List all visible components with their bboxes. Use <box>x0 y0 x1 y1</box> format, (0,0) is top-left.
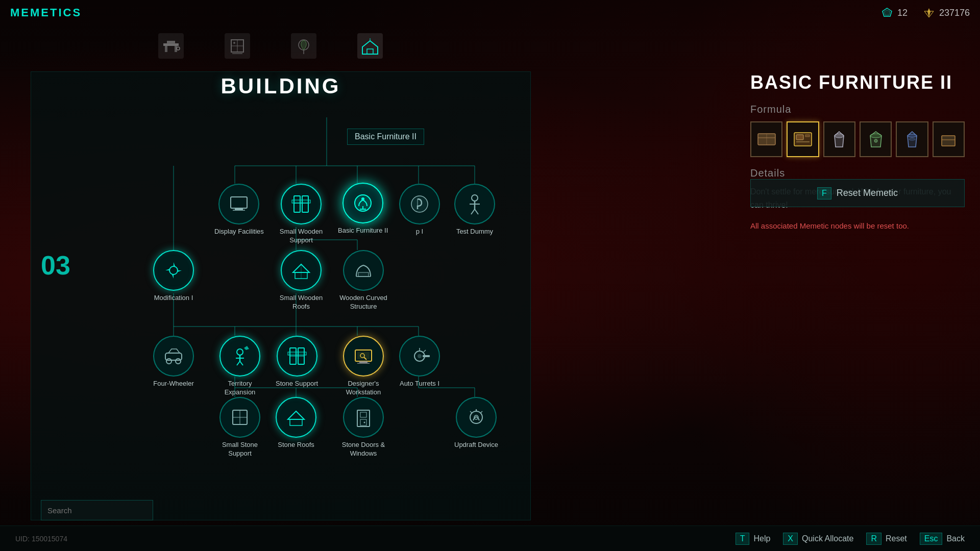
node-updraft-device[interactable]: Updraft Device <box>454 397 498 449</box>
reset-button[interactable]: R Reset <box>866 533 906 545</box>
help-button[interactable]: T Help <box>736 533 771 545</box>
formula-item-4[interactable] <box>896 121 928 157</box>
gems-icon <box>881 7 893 19</box>
cat-tab-icon-1 <box>158 33 184 59</box>
top-bar: MEMETICS 12 237176 <box>0 0 980 26</box>
node-label-stone-support: Stone Support <box>276 380 318 388</box>
formula-item-3[interactable] <box>860 121 892 157</box>
svg-point-56 <box>411 196 428 212</box>
svg-line-62 <box>475 209 478 214</box>
svg-point-69 <box>166 359 172 364</box>
node-four-wheeler[interactable]: Four-Wheeler <box>153 336 194 388</box>
cat-tab-4[interactable] <box>352 28 388 64</box>
right-panel-title: BASIC FURNITURE II <box>750 71 965 93</box>
node-designers-workstation[interactable]: Designer's Workstation <box>338 336 389 397</box>
node-circle-basic-furniture <box>342 183 383 223</box>
game-title: MEMETICS <box>10 6 82 19</box>
svg-rect-81 <box>357 352 370 359</box>
node-stone-roofs[interactable]: Stone Roofs <box>276 397 316 449</box>
reset-label: Reset Memetic <box>837 188 898 198</box>
reset-memetic-button[interactable]: F Reset Memetic <box>750 179 965 207</box>
node-circle-small-wooden-roofs <box>281 250 322 291</box>
node-label-basic-furniture: Basic Furniture II <box>338 227 388 235</box>
node-basic-furniture[interactable]: Basic Furniture II <box>338 183 388 235</box>
search-input[interactable] <box>47 506 144 515</box>
node-label-auto-turrets: Auto Turrets I <box>400 380 439 388</box>
back-label: Back <box>946 534 965 543</box>
node-wooden-curved[interactable]: Wooden Curved Structure <box>338 250 389 311</box>
node-small-wooden-support[interactable]: Small Wooden Support <box>276 184 327 245</box>
node-label-modification-i: Modification I <box>154 294 193 303</box>
node-circle-four-wheeler <box>153 336 194 377</box>
svg-point-10 <box>233 42 235 44</box>
cat-tab-3[interactable] <box>286 28 322 64</box>
gems-value: 12 <box>897 8 908 18</box>
svg-rect-97 <box>360 419 366 425</box>
svg-line-75 <box>240 361 243 365</box>
node-stone-doors[interactable]: Stone Doors & Windows <box>338 397 389 458</box>
svg-point-70 <box>176 359 181 364</box>
cat-tab-icon-3 <box>291 33 316 59</box>
quick-allocate-button[interactable]: X Quick Allocate <box>783 533 853 545</box>
svg-rect-4 <box>165 46 167 52</box>
svg-line-61 <box>471 209 475 214</box>
node-small-stone-support[interactable]: Small Stone Support <box>214 397 265 458</box>
node-small-wooden-roofs[interactable]: Small Wooden Roofs <box>276 250 327 311</box>
cat-tab-icon-2 <box>225 33 250 59</box>
reset-key-hint: F <box>817 187 831 199</box>
node-territory-expansion[interactable]: Territory Expansion <box>214 336 265 397</box>
category-tabs <box>153 28 388 64</box>
tree-container: Display Facilities Small Wooden Support <box>36 82 526 515</box>
svg-rect-109 <box>805 135 810 137</box>
svg-rect-78 <box>288 352 306 355</box>
svg-rect-3 <box>167 41 175 44</box>
svg-rect-94 <box>290 419 302 425</box>
node-label-test-dummy: Test Dummy <box>456 228 493 236</box>
svg-rect-48 <box>294 196 300 212</box>
cat-tab-1[interactable] <box>153 28 189 64</box>
node-circle-territory-expansion <box>219 336 260 377</box>
panel-title: BUILDING <box>31 74 531 98</box>
node-stone-support[interactable]: Stone Support <box>276 336 318 388</box>
svg-point-58 <box>472 195 478 201</box>
svg-rect-95 <box>357 410 370 427</box>
details-label: Details <box>750 167 965 179</box>
node-label-small-wooden-support: Small Wooden Support <box>276 228 327 245</box>
svg-rect-87 <box>423 355 430 357</box>
node-circle-stone-doors <box>343 397 384 438</box>
formula-item-0[interactable] <box>750 121 782 157</box>
node-label-designers-workstation: Designer's Workstation <box>338 380 389 397</box>
node-circle-stone-support <box>277 336 317 377</box>
node-auto-turrets[interactable]: Auto Turrets I <box>399 336 440 388</box>
node-circle-designers-workstation <box>343 336 384 377</box>
node-p1[interactable]: p I <box>399 184 440 236</box>
back-button[interactable]: Esc Back <box>920 533 965 545</box>
bottom-actions: T Help X Quick Allocate R Reset Esc Back <box>736 533 965 545</box>
node-circle-auto-turrets <box>399 336 440 377</box>
currency-icon <box>923 7 935 19</box>
formula-item-5[interactable] <box>933 121 965 157</box>
currency-stat: 237176 <box>923 7 970 19</box>
bottom-bar: UID: 150015074 T Help X Quick Allocate R… <box>0 525 980 551</box>
svg-rect-96 <box>360 412 366 417</box>
svg-point-111 <box>835 134 844 138</box>
formula-label: Formula <box>750 104 965 115</box>
node-circle-p1 <box>399 184 440 224</box>
formula-item-2[interactable] <box>823 121 855 157</box>
formula-item-1[interactable] <box>787 121 819 157</box>
node-test-dummy[interactable]: Test Dummy <box>454 184 495 236</box>
node-display-facilities[interactable]: Display Facilities <box>214 184 264 236</box>
svg-point-88 <box>418 354 422 358</box>
node-modification-i[interactable]: Modification I <box>153 250 194 303</box>
search-bar[interactable] <box>41 500 153 520</box>
svg-rect-116 <box>942 136 955 146</box>
currency-value: 237176 <box>939 8 970 18</box>
node-label-wooden-curved: Wooden Curved Structure <box>338 294 389 311</box>
node-circle-updraft-device <box>456 397 497 438</box>
svg-point-112 <box>870 134 881 138</box>
back-key: Esc <box>920 533 943 545</box>
formula-row <box>750 121 965 157</box>
svg-marker-1 <box>884 10 890 15</box>
svg-point-63 <box>169 266 178 274</box>
cat-tab-2[interactable] <box>219 28 255 64</box>
